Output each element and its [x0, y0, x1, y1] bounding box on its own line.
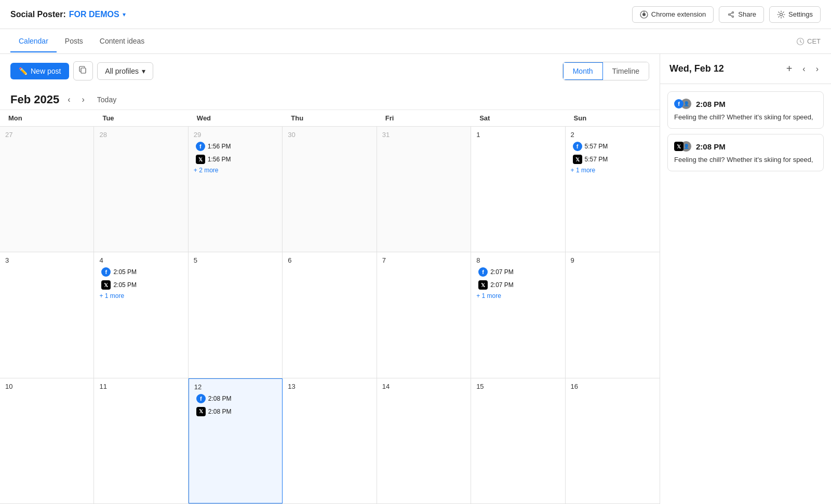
cal-date: 2	[571, 131, 654, 139]
svg-line-4	[645, 12, 647, 14]
cal-cell-4[interactable]: 4 f 2:05 PM 𝕏 2:05 PM + 1 more	[94, 252, 188, 377]
cal-cell-7[interactable]: 7	[377, 252, 471, 377]
cal-event[interactable]: f 1:56 PM	[194, 141, 277, 152]
cal-cell-16[interactable]: 16	[566, 378, 660, 503]
facebook-icon: f	[196, 142, 205, 151]
more-events-link[interactable]: + 2 more	[194, 167, 277, 174]
x-twitter-icon: 𝕏	[101, 280, 111, 290]
cal-event[interactable]: f 2:05 PM	[99, 266, 182, 278]
side-panel-prev-button[interactable]: ‹	[799, 63, 808, 75]
cal-date: 29	[194, 131, 277, 139]
cal-cell-8[interactable]: 8 f 2:07 PM 𝕏 2:07 PM + 1 more	[471, 252, 565, 377]
copy-button[interactable]	[73, 61, 93, 80]
chrome-extension-label: Chrome extension	[651, 10, 706, 18]
profiles-dropdown[interactable]: All profiles ▾	[97, 62, 153, 80]
calendar-prev-button[interactable]: ‹	[64, 93, 73, 106]
calendar-grid: Mon Tue Wed Thu Fri Sat Sun 27 28	[0, 110, 660, 504]
cal-cell-29[interactable]: 29 f 1:56 PM 𝕏 1:56 PM + 2 more	[189, 127, 283, 252]
cal-cell-14[interactable]: 14	[377, 378, 471, 503]
cal-date: 16	[571, 383, 654, 390]
post-card-2-header: 𝕏 👤 2:08 PM	[674, 141, 817, 152]
cal-cell-31[interactable]: 31	[377, 127, 471, 252]
facebook-icon: f	[196, 394, 206, 403]
side-panel-next-button[interactable]: ›	[813, 63, 822, 75]
cal-cell-10[interactable]: 10	[0, 378, 94, 503]
day-sat: Sat	[471, 110, 565, 126]
side-panel-title: Wed, Feb 12	[669, 63, 724, 74]
cal-event[interactable]: 𝕏 2:05 PM	[99, 279, 182, 291]
share-button[interactable]: Share	[719, 6, 764, 23]
tab-posts[interactable]: Posts	[57, 31, 91, 52]
more-events-link[interactable]: + 1 more	[476, 292, 559, 299]
calendar-today-button[interactable]: Today	[93, 93, 120, 106]
cal-cell-12-today[interactable]: 12 f 2:08 PM 𝕏 2:08 PM	[189, 378, 283, 503]
clock-icon	[796, 37, 805, 46]
tab-calendar[interactable]: Calendar	[10, 31, 57, 52]
cal-cell-27[interactable]: 27	[0, 127, 94, 252]
calendar-next-button[interactable]: ›	[79, 93, 88, 106]
main-content: ✏️ New post All profiles ▾ Month T	[0, 54, 831, 504]
cal-date: 13	[288, 383, 371, 390]
svg-point-6	[729, 13, 730, 15]
cal-date: 28	[99, 131, 182, 139]
cal-event[interactable]: f 2:07 PM	[476, 266, 559, 278]
chrome-icon	[640, 10, 648, 19]
cal-cell-6[interactable]: 6	[283, 252, 377, 377]
post-card-1[interactable]: f 👤 2:08 PM Feeling the chill? Whether i…	[667, 91, 824, 129]
day-mon: Mon	[0, 110, 94, 126]
cal-cell-5[interactable]: 5	[189, 252, 283, 377]
cal-cell-3[interactable]: 3	[0, 252, 94, 377]
post-card-2[interactable]: 𝕏 👤 2:08 PM Feeling the chill? Whether i…	[667, 134, 824, 171]
svg-rect-15	[81, 68, 86, 73]
app-title: Social Poster:	[10, 10, 66, 19]
cal-cell-13[interactable]: 13	[283, 378, 377, 503]
event-time: 5:57 PM	[585, 143, 608, 150]
cal-cell-30[interactable]: 30	[283, 127, 377, 252]
toolbar-left: ✏️ New post All profiles ▾	[10, 61, 153, 80]
settings-button[interactable]: Settings	[769, 6, 821, 23]
svg-point-8	[732, 16, 734, 17]
cal-event[interactable]: 𝕏 2:08 PM	[194, 406, 277, 417]
cal-event[interactable]: 𝕏 5:57 PM	[571, 154, 654, 165]
cal-date: 11	[99, 383, 182, 390]
facebook-icon: f	[101, 267, 111, 277]
more-events-link[interactable]: + 1 more	[571, 167, 654, 174]
facebook-icon: f	[478, 267, 488, 277]
day-wed: Wed	[189, 110, 283, 126]
cal-row-2: 3 4 f 2:05 PM 𝕏 2:05 PM + 1 more	[0, 252, 660, 378]
header: Social Poster: FOR DEMOS ▾ Chrome extens…	[0, 0, 831, 29]
cal-event[interactable]: 𝕏 2:07 PM	[476, 279, 559, 291]
post-card-1-header: f 👤 2:08 PM	[674, 98, 817, 110]
cal-cell-11[interactable]: 11	[94, 378, 188, 503]
workspace-dropdown-arrow[interactable]: ▾	[123, 11, 126, 18]
cal-cell-2[interactable]: 2 f 5:57 PM 𝕏 5:57 PM + 1 more	[566, 127, 660, 252]
x-twitter-icon: 𝕏	[196, 155, 205, 164]
view-month-button[interactable]: Month	[563, 62, 603, 80]
cal-cell-1[interactable]: 1	[471, 127, 565, 252]
cal-cell-28[interactable]: 28	[94, 127, 188, 252]
post-card-2-text: Feeling the chill? Whether it's skiing f…	[674, 155, 817, 165]
event-time: 2:07 PM	[490, 281, 514, 289]
cal-date: 6	[288, 256, 371, 264]
cal-cell-9[interactable]: 9	[566, 252, 660, 377]
cal-event[interactable]: f 2:08 PM	[194, 393, 277, 404]
cal-event[interactable]: f 5:57 PM	[571, 141, 654, 152]
cal-event[interactable]: 𝕏 1:56 PM	[194, 154, 277, 165]
x-twitter-icon: 𝕏	[196, 407, 206, 416]
side-panel: Wed, Feb 12 + ‹ › f 👤 2:08 PM Feeling th…	[660, 54, 831, 504]
tab-content-ideas[interactable]: Content ideas	[91, 31, 153, 52]
cal-cell-15[interactable]: 15	[471, 378, 565, 503]
cal-date: 8	[476, 256, 559, 264]
event-time: 5:57 PM	[585, 156, 608, 163]
view-timeline-button[interactable]: Timeline	[603, 62, 649, 80]
event-time: 2:08 PM	[208, 408, 232, 415]
calendar-rows: 27 28 29 f 1:56 PM 𝕏 1:56 PM	[0, 127, 660, 504]
side-panel-header: Wed, Feb 12 + ‹ ›	[660, 54, 831, 84]
side-panel-add-button[interactable]: +	[783, 61, 796, 76]
timezone-badge: CET	[796, 37, 821, 46]
cal-date: 4	[99, 256, 182, 264]
new-post-button[interactable]: ✏️ New post	[10, 63, 69, 79]
post-card-1-text: Feeling the chill? Whether it's skiing f…	[674, 113, 817, 122]
more-events-link[interactable]: + 1 more	[99, 292, 182, 299]
chrome-extension-button[interactable]: Chrome extension	[632, 6, 714, 23]
